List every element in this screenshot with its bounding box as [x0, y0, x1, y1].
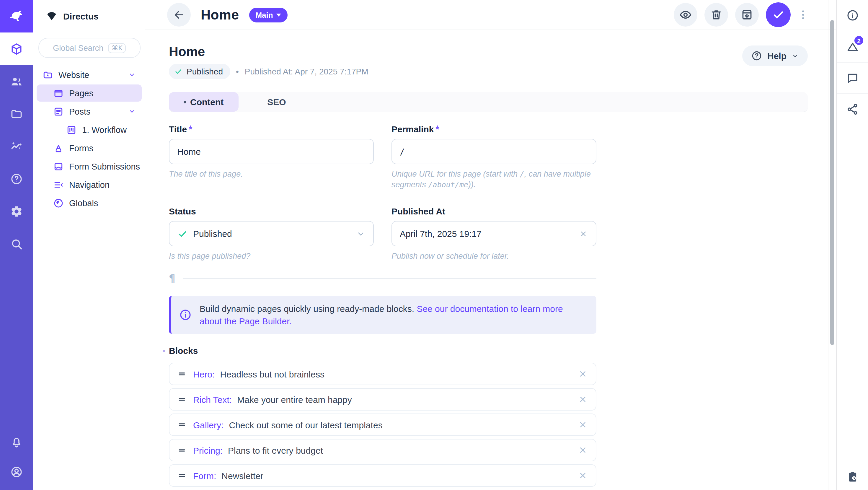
- drag-handle-icon[interactable]: [177, 420, 187, 429]
- notifications-button[interactable]: [0, 428, 33, 457]
- clear-icon[interactable]: [579, 229, 588, 238]
- block-row-form[interactable]: Form: Newsletter: [169, 464, 596, 487]
- module-files[interactable]: [0, 97, 33, 130]
- module-settings[interactable]: [0, 195, 33, 227]
- chevron-down-icon[interactable]: [128, 108, 136, 115]
- more-options-button[interactable]: [797, 8, 810, 21]
- letter-a-icon: [53, 143, 64, 153]
- account-button[interactable]: [0, 457, 33, 487]
- search-shortcut-badge: ⌘K: [108, 43, 126, 53]
- block-title: Plans to fit every budget: [228, 445, 323, 455]
- field-note: Is this page published?: [169, 251, 374, 262]
- info-sidebar-button[interactable]: [837, 0, 868, 31]
- revisions-button[interactable]: [837, 470, 868, 483]
- scrollbar-track[interactable]: [828, 0, 836, 490]
- note-mono: /about/me: [428, 180, 468, 189]
- nav-item-workflow[interactable]: 1. Workflow: [37, 121, 142, 138]
- notifications-sidebar-button[interactable]: 2: [837, 31, 868, 63]
- rabbit-logo-icon: [9, 8, 24, 24]
- drag-handle-icon[interactable]: [177, 369, 187, 379]
- nav-item-posts[interactable]: Posts: [37, 103, 142, 120]
- version-label: Main: [255, 10, 273, 19]
- right-sidebar: 2: [836, 0, 868, 490]
- header-title: Home: [201, 7, 239, 23]
- status-select[interactable]: Published: [169, 221, 374, 246]
- folder-star-icon: [42, 69, 53, 80]
- project-row[interactable]: Directus: [33, 0, 145, 32]
- module-search[interactable]: [0, 227, 33, 260]
- field-note: Publish now or schedule for later.: [392, 251, 596, 262]
- blocks-label: Blocks: [163, 345, 808, 356]
- help-icon: [751, 50, 763, 61]
- kebab-icon: [797, 8, 810, 21]
- nav-item-website[interactable]: Website: [37, 66, 142, 83]
- notification-count-badge: 2: [854, 35, 864, 45]
- block-row-gallery[interactable]: Gallery: Check out some of our latest te…: [169, 414, 596, 436]
- drag-handle-icon[interactable]: [177, 471, 187, 480]
- edited-dot: [163, 349, 165, 352]
- block-row-rich-text[interactable]: Rich Text: Make your entire team happy: [169, 388, 596, 410]
- drag-handle-icon[interactable]: [177, 395, 187, 404]
- remove-block-icon[interactable]: [578, 445, 588, 455]
- status-badge-label: Published: [187, 67, 223, 76]
- field-note: Unique URL for this page (start with /, …: [392, 169, 596, 190]
- collection-nav: Website Pages Posts 1. Workflow Forms: [33, 66, 145, 212]
- module-users[interactable]: [0, 65, 33, 97]
- permalink-input-wrap: [392, 139, 596, 164]
- nav-item-form-submissions[interactable]: Form Submissions: [37, 158, 142, 175]
- preview-button[interactable]: [674, 3, 698, 27]
- comments-sidebar-button[interactable]: [837, 63, 868, 94]
- module-content[interactable]: [0, 32, 33, 65]
- arrow-left-icon: [173, 8, 185, 21]
- remove-block-icon[interactable]: [578, 420, 588, 430]
- chevron-down-icon[interactable]: [356, 229, 366, 238]
- archive-button[interactable]: [735, 3, 759, 27]
- drag-handle-icon[interactable]: [177, 446, 187, 455]
- block-row-hero[interactable]: Hero: Headless but not brainless: [169, 363, 596, 385]
- tab-seo[interactable]: SEO: [252, 92, 301, 112]
- search-module-icon: [10, 237, 23, 250]
- blocks-label-text: Blocks: [169, 345, 198, 356]
- block-type: Hero:: [193, 369, 215, 379]
- chevron-down-icon[interactable]: [128, 71, 136, 79]
- window-icon: [53, 88, 64, 98]
- remove-block-icon[interactable]: [578, 470, 588, 481]
- nav-item-pages[interactable]: Pages: [37, 85, 142, 101]
- globe-icon: [53, 197, 64, 208]
- directus-logo[interactable]: [0, 0, 33, 32]
- tab-strip: Content SEO: [169, 92, 808, 112]
- back-button[interactable]: [167, 3, 191, 27]
- info-banner: Build dynamic pages quickly using ready-…: [169, 296, 596, 334]
- nav-item-globals[interactable]: Globals: [37, 194, 142, 212]
- field-published-at: Published At April 7th, 2025 19:17 Publi…: [392, 206, 596, 262]
- shares-sidebar-button[interactable]: [837, 94, 868, 125]
- tab-content[interactable]: Content: [169, 92, 238, 112]
- tab-label: SEO: [267, 97, 286, 107]
- scrollbar-thumb[interactable]: [830, 20, 834, 345]
- module-bar: [0, 0, 33, 490]
- remove-block-icon[interactable]: [578, 394, 588, 405]
- module-insights[interactable]: [0, 130, 33, 162]
- nav-item-forms[interactable]: Forms: [37, 140, 142, 157]
- title-input[interactable]: [177, 147, 366, 157]
- help-dropdown[interactable]: Help: [743, 45, 808, 66]
- module-help[interactable]: [0, 162, 33, 195]
- note-mono: /: [520, 170, 524, 178]
- nav-item-navigation[interactable]: Navigation: [37, 176, 142, 193]
- block-type: Form:: [193, 470, 216, 481]
- banner-message: Build dynamic pages quickly using ready-…: [199, 304, 416, 314]
- nav-item-label: Website: [58, 70, 89, 80]
- version-dropdown[interactable]: Main: [249, 7, 287, 22]
- remove-block-icon[interactable]: [578, 369, 588, 379]
- delete-button[interactable]: [705, 3, 728, 27]
- bell-icon: [10, 436, 23, 449]
- published-at-input[interactable]: April 7th, 2025 19:17: [392, 221, 596, 246]
- save-button[interactable]: [766, 2, 790, 27]
- search-placeholder: Global Search: [53, 43, 103, 52]
- note-text: Unique URL for this page (start with: [392, 170, 520, 178]
- permalink-input[interactable]: [400, 147, 588, 156]
- global-search-input[interactable]: Global Search ⌘K: [38, 38, 141, 58]
- menu-open-icon: [53, 179, 64, 190]
- block-row-pricing[interactable]: Pricing: Plans to fit every budget: [169, 439, 596, 461]
- block-title: Make your entire team happy: [237, 394, 352, 404]
